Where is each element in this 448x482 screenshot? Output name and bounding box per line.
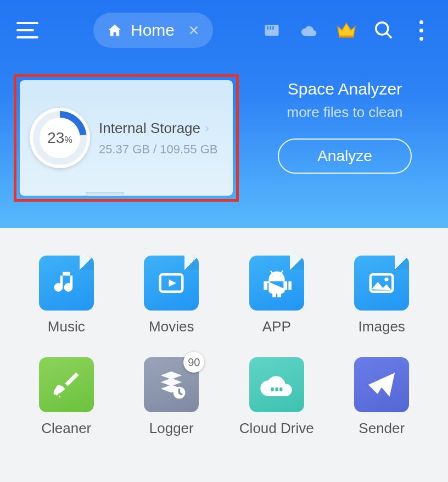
header-bar: Home (0, 0, 448, 60)
cloud-drive-icon (260, 372, 294, 398)
cloud-icon[interactable] (299, 20, 320, 41)
svg-rect-13 (271, 387, 273, 391)
tile-label: Cleaner (41, 420, 91, 437)
svg-point-5 (376, 23, 388, 35)
tile-sender[interactable]: Sender (338, 357, 427, 437)
close-icon[interactable] (188, 24, 200, 36)
tile-label: Logger (149, 420, 194, 437)
tile-label: Sender (359, 420, 405, 437)
cleaner-icon (50, 368, 83, 401)
storage-highlight: 23% Internal Storage › 25.37 GB / 109.55… (14, 74, 239, 202)
storage-usage: 25.37 GB / 109.55 GB (99, 142, 217, 157)
svg-rect-4 (339, 36, 354, 38)
svg-rect-3 (272, 26, 274, 30)
tile-cloud-drive[interactable]: Cloud Drive (232, 357, 321, 437)
tile-movies[interactable]: Movies (127, 256, 216, 335)
tile-images[interactable]: Images (338, 256, 427, 335)
music-icon (52, 268, 81, 298)
analyzer-title: Space Analyzer (288, 80, 402, 98)
hero-row: 23% Internal Storage › 25.37 GB / 109.55… (0, 60, 448, 202)
storage-ring: 23% (30, 108, 90, 168)
home-label: Home (131, 21, 175, 40)
tile-music[interactable]: Music (22, 256, 111, 335)
home-icon (107, 23, 123, 38)
tile-label: Cloud Drive (239, 420, 314, 437)
more-icon[interactable] (411, 20, 432, 41)
svg-point-8 (385, 278, 389, 281)
crown-icon[interactable] (336, 20, 357, 41)
tile-label: Movies (149, 318, 194, 335)
sdcard-icon[interactable] (261, 20, 282, 41)
tile-label: APP (262, 318, 291, 335)
tile-app[interactable]: APP (232, 256, 321, 335)
svg-point-11 (59, 396, 60, 397)
arrow-right-icon: › (205, 120, 209, 136)
internal-storage-card[interactable]: 23% Internal Storage › 25.37 GB / 109.55… (20, 80, 233, 196)
svg-rect-1 (267, 26, 268, 30)
percent-unit: % (64, 135, 72, 145)
svg-rect-2 (270, 26, 271, 30)
movies-icon (156, 268, 186, 298)
home-tab[interactable]: Home (93, 13, 213, 48)
category-grid: Music Movies APP Images Cleaner 90 Logge… (0, 228, 448, 453)
svg-point-9 (55, 394, 58, 396)
logger-badge: 90 (183, 352, 204, 373)
top-section: Home (0, 0, 448, 228)
tile-logger[interactable]: 90 Logger (127, 357, 216, 437)
analyze-button[interactable]: Analyze (278, 138, 412, 174)
storage-title: Internal Storage (99, 120, 200, 137)
sender-icon (366, 369, 397, 401)
android-icon (262, 268, 292, 298)
images-icon (367, 268, 396, 298)
analyzer-subtitle: more files to clean (287, 104, 403, 121)
svg-point-10 (54, 390, 55, 392)
tile-label: Music (48, 318, 85, 335)
search-icon[interactable] (373, 20, 394, 41)
svg-rect-15 (279, 387, 282, 391)
tile-cleaner[interactable]: Cleaner (22, 357, 111, 437)
tile-label: Images (359, 318, 405, 335)
svg-rect-14 (275, 387, 278, 391)
storage-percent: 23 (47, 129, 64, 146)
logger-icon (155, 369, 187, 401)
menu-icon[interactable] (16, 19, 38, 41)
space-analyzer-panel: Space Analyzer more files to clean Analy… (261, 74, 429, 202)
